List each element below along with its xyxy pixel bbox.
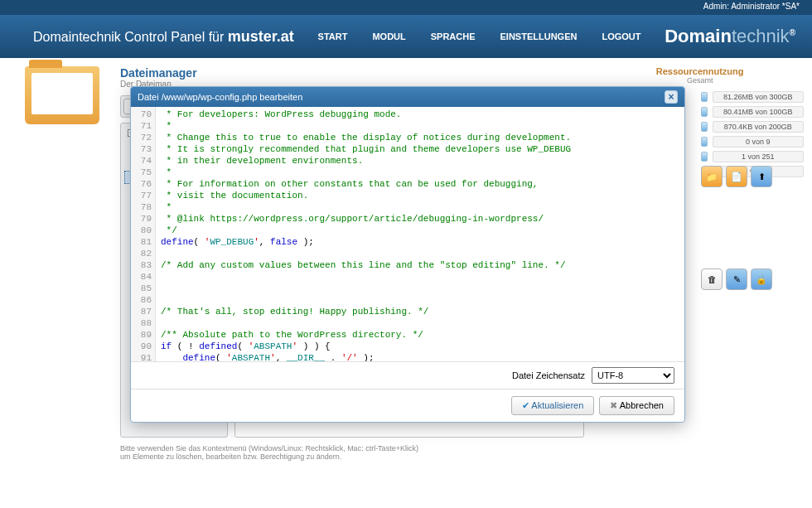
nav-sprache[interactable]: SPRACHE — [431, 31, 476, 41]
action-btn-5[interactable]: ✎ — [726, 269, 747, 290]
code-editor[interactable]: * For developers: WordPress debugging mo… — [156, 107, 684, 361]
action-panel: 📁 📄 ⬆ 🗑 ✎ 🔒 — [701, 166, 772, 290]
modal-footer: ✔ Aktualisieren ✖ Abbrechen — [131, 389, 684, 422]
action-btn-3[interactable]: ⬆ — [751, 166, 772, 187]
nav-modul[interactable]: MODUL — [372, 31, 405, 41]
action-btn-2[interactable]: 📄 — [726, 166, 747, 187]
update-button[interactable]: ✔ Aktualisieren — [511, 396, 594, 415]
logo: Domaintechnik® — [665, 26, 795, 47]
resources-title: Ressourcennutzung — [597, 66, 804, 76]
code-gutter: 70 71 72 73 74 75 76 77 78 79 80 81 82 8… — [131, 107, 156, 361]
action-btn-6[interactable]: 🔒 — [751, 269, 772, 290]
main-nav: START MODUL SPRACHE EINSTELLUNGEN LOGOUT — [318, 31, 641, 41]
modal-header: Datei /www/wp/wp-config.php bearbeiten × — [131, 87, 684, 107]
nav-start[interactable]: START — [318, 31, 348, 41]
edit-file-modal: Datei /www/wp/wp-config.php bearbeiten ×… — [130, 86, 685, 423]
action-btn-4[interactable]: 🗑 — [701, 269, 723, 290]
nav-einstellungen[interactable]: EINSTELLUNGEN — [500, 31, 578, 41]
header-title: Domaintechnik Control Panel für muster.a… — [17, 28, 294, 46]
header: Domaintechnik Control Panel für muster.a… — [0, 15, 812, 58]
charset-select[interactable]: UTF-8 — [592, 367, 674, 384]
folder-hero-icon — [25, 66, 99, 124]
modal-close-button[interactable]: × — [665, 90, 678, 104]
admin-bar: Admin: Administrator *SA* — [0, 0, 812, 15]
footer-note: Bitte verwenden Sie das Kontextmenü (Win… — [120, 441, 584, 464]
nav-logout[interactable]: LOGOUT — [602, 31, 640, 41]
cancel-button[interactable]: ✖ Abbrechen — [599, 396, 674, 415]
action-btn-1[interactable]: 📁 — [701, 166, 723, 187]
modal-charset-row: Datei Zeichensatz UTF-8 — [131, 361, 684, 389]
resources-sub: Gesamt — [597, 76, 804, 85]
charset-label: Datei Zeichensatz — [512, 370, 585, 380]
page-title: Dateimanager — [120, 66, 584, 80]
